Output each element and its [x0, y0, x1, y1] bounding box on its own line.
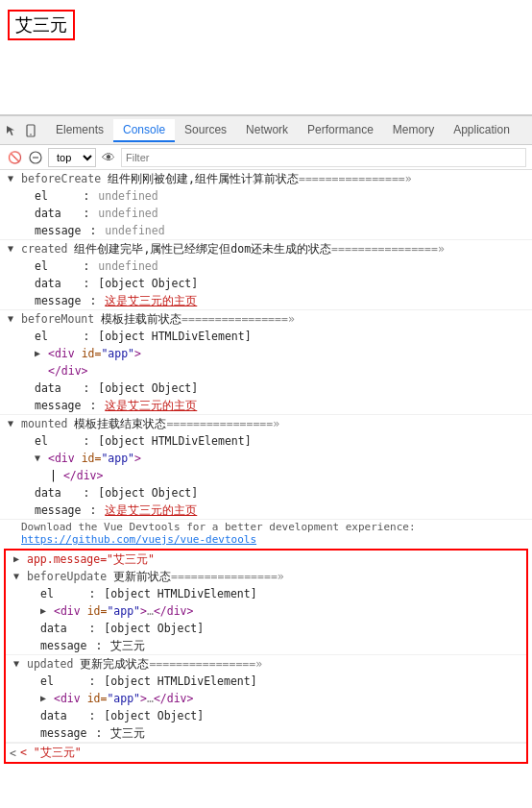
- filter-input[interactable]: [121, 148, 526, 167]
- group-header-created[interactable]: created 组件创建完毕,属性已经绑定但dom还未生成的状态========…: [0, 240, 532, 257]
- log-el-upd: el : [object HTMLDivElement]: [19, 673, 526, 690]
- prompt-line: < < "艾三元": [6, 743, 526, 762]
- log-el-3: el : [object HTMLDivElement]: [13, 328, 532, 345]
- toggle-div-upd[interactable]: [40, 691, 52, 706]
- group-header-beforecreate[interactable]: beforeCreate 组件刚刚被创建,组件属性计算前状态==========…: [0, 170, 532, 187]
- console-toolbar: 🚫 top 👁: [0, 145, 532, 170]
- tab-memory[interactable]: Memory: [383, 119, 444, 142]
- log-message-3: message : 这是艾三元的主页: [13, 397, 532, 414]
- toggle-div-bu[interactable]: [40, 603, 52, 619]
- tab-network[interactable]: Network: [236, 119, 298, 142]
- log-group-created: created 组件创建完毕,属性已经绑定但dom还未生成的状态========…: [0, 240, 532, 310]
- context-select[interactable]: top: [48, 148, 96, 167]
- log-el-4: el : [object HTMLDivElement]: [13, 432, 532, 450]
- log-group-beforeupdate: beforeUpdate 更新前状态================» el :…: [6, 568, 526, 655]
- devtools-panel: Elements Console Sources Network Perform…: [0, 115, 532, 766]
- log-div-bu[interactable]: <div id="app">…</div>: [33, 602, 526, 620]
- clear-console-icon[interactable]: 🚫: [6, 149, 23, 166]
- toggle-div-bm[interactable]: [35, 346, 46, 361]
- toggle-created[interactable]: [8, 241, 19, 257]
- log-div-close-bm: </div>: [27, 362, 532, 380]
- log-data-upd: data : [object Object]: [19, 707, 526, 724]
- log-div-mounted-child: | </div>: [40, 467, 532, 484]
- log-data-2: data : [object Object]: [13, 275, 532, 292]
- cursor-icon[interactable]: [4, 123, 19, 138]
- log-data-1: data : undefined: [13, 205, 532, 222]
- toggle-beforecreate[interactable]: [8, 171, 19, 186]
- toggle-updated[interactable]: [13, 656, 25, 672]
- log-message-bu: message : 艾三元: [19, 637, 526, 654]
- log-message-upd: message : 艾三元: [19, 724, 526, 742]
- log-el-2: el : undefined: [13, 257, 532, 275]
- log-div-mounted-open[interactable]: <div id="app">: [27, 450, 532, 467]
- tab-console[interactable]: Console: [113, 119, 175, 142]
- app-message-text: app.message="艾三元": [27, 551, 155, 567]
- eye-icon[interactable]: 👁: [100, 149, 117, 166]
- group-header-updated[interactable]: updated 更新完成状态================»: [6, 655, 526, 673]
- tab-sources[interactable]: Sources: [175, 119, 236, 142]
- log-data-bu: data : [object Object]: [19, 620, 526, 637]
- toggle-beforemount[interactable]: [8, 311, 19, 327]
- prompt-result: < "艾三元": [20, 746, 82, 760]
- page-title: 艾三元: [8, 10, 75, 40]
- log-group-beforecreate: beforeCreate 组件刚刚被创建,组件属性计算前状态==========…: [0, 170, 532, 240]
- log-message-2: message : 这是艾三元的主页: [13, 292, 532, 309]
- tab-bar: Elements Console Sources Network Perform…: [0, 116, 532, 145]
- highlighted-section: app.message="艾三元" beforeUpdate 更新前状态====…: [4, 549, 528, 764]
- log-div-upd[interactable]: <div id="app">…</div>: [33, 690, 526, 707]
- group-header-beforemount[interactable]: beforeMount 模板挂载前状态================»: [0, 310, 532, 328]
- top-area: 艾三元: [0, 0, 532, 115]
- toggle-mounted[interactable]: [8, 416, 19, 431]
- log-div-bm[interactable]: <div id="app">: [27, 345, 532, 362]
- log-group-beforemount: beforeMount 模板挂载前状态================» el …: [0, 310, 532, 415]
- console-content: beforeCreate 组件刚刚被创建,组件属性计算前状态==========…: [0, 170, 532, 766]
- log-group-updated: updated 更新完成状态================» el : [ob…: [6, 655, 526, 743]
- log-el-bu: el : [object HTMLDivElement]: [19, 585, 526, 602]
- filter-icon[interactable]: [27, 149, 44, 166]
- tab-elements[interactable]: Elements: [46, 119, 113, 142]
- log-message-4: message : 这是艾三元的主页: [13, 502, 532, 519]
- download-link[interactable]: https://github.com/vuejs/vue-devtools: [21, 533, 256, 546]
- toggle-beforeupdate[interactable]: [13, 569, 25, 584]
- mobile-icon[interactable]: [23, 123, 38, 138]
- app-message-line: app.message="艾三元": [6, 551, 526, 568]
- log-message-1: message : undefined: [13, 222, 532, 239]
- group-header-beforeupdate[interactable]: beforeUpdate 更新前状态================»: [6, 568, 526, 585]
- log-group-mounted: mounted 模板挂载结束状态================» el : […: [0, 415, 532, 520]
- log-data-3: data : [object Object]: [13, 380, 532, 397]
- download-text: Download the Vue Devtools for a better d…: [0, 520, 532, 547]
- tab-performance[interactable]: Performance: [298, 119, 383, 142]
- toggle-div-mounted[interactable]: [35, 451, 46, 466]
- toggle-app-message[interactable]: [13, 551, 25, 567]
- tab-icon-group: [4, 123, 38, 138]
- log-el-1: el : undefined: [13, 187, 532, 205]
- svg-point-1: [30, 134, 32, 135]
- prompt-arrow: <: [10, 747, 16, 760]
- log-data-4: data : [object Object]: [13, 484, 532, 502]
- group-header-mounted[interactable]: mounted 模板挂载结束状态================»: [0, 415, 532, 432]
- tab-application[interactable]: Application: [444, 119, 520, 142]
